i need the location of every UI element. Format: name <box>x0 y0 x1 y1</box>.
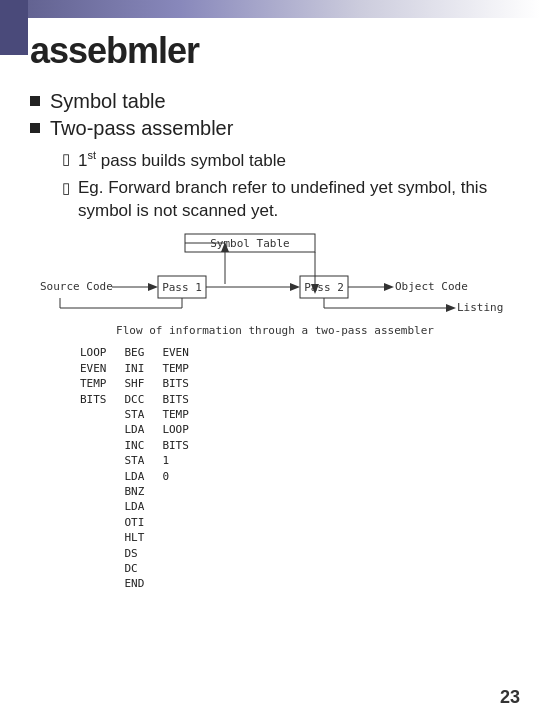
sub-bullet-text-1: 1st pass builds symbol table <box>78 148 286 173</box>
code-line: OTI <box>125 515 145 530</box>
code-line: LDA <box>125 469 145 484</box>
code-area: LOOP EVEN TEMP BITS BEG INI SHF DCC STA … <box>80 345 520 591</box>
source-code-label: Source Code <box>40 280 113 293</box>
code-line: EVEN <box>162 345 189 360</box>
code-line: TEMP <box>162 361 189 376</box>
code-line: DC <box>125 561 145 576</box>
code-line: 0 <box>162 469 189 484</box>
diagram-area: Symbol Table Source Code Pass 1 Pas <box>30 232 520 337</box>
code-col-labels: LOOP EVEN TEMP BITS <box>80 345 107 407</box>
flow-diagram: Symbol Table Source Code Pass 1 Pas <box>30 232 520 322</box>
code-line: BITS <box>80 392 107 407</box>
code-line: SHF <box>125 376 145 391</box>
listing-label: Listing <box>457 301 503 314</box>
code-line: DCC <box>125 392 145 407</box>
bullet-item-2: Two-pass assembler <box>30 117 520 140</box>
code-line: LOOP <box>80 345 107 360</box>
code-line: BITS <box>162 376 189 391</box>
code-col-ops: BEG INI SHF DCC STA LDA INC STA LDA BNZ … <box>125 345 145 591</box>
code-line: BEG <box>125 345 145 360</box>
pass1-label: Pass 1 <box>162 281 202 294</box>
code-line: INI <box>125 361 145 376</box>
code-line: LOOP <box>162 422 189 437</box>
corner-accent <box>0 0 28 55</box>
sub-bullet-square-2: ▯ <box>62 178 70 198</box>
code-line: TEMP <box>80 376 107 391</box>
bullet-text-2: Two-pass assembler <box>50 117 233 140</box>
code-col-operands: EVEN TEMP BITS BITS TEMP LOOP BITS 1 0 <box>162 345 189 484</box>
code-line: END <box>125 576 145 591</box>
svg-marker-17 <box>446 304 456 312</box>
sub-bullet-square-1: ▯ <box>62 149 70 169</box>
page-title: assebmler <box>30 30 520 72</box>
sub-bullet-item-2: ▯ Eg. Forward branch refer to undefined … <box>62 177 520 223</box>
top-decorative-bar <box>0 0 540 18</box>
code-line: LDA <box>125 422 145 437</box>
pass2-label: Pass 2 <box>304 281 344 294</box>
code-line: INC <box>125 438 145 453</box>
code-line: BITS <box>162 438 189 453</box>
code-line: TEMP <box>162 407 189 422</box>
bullet-square-1 <box>30 96 40 106</box>
sub-bullet-list: ▯ 1st pass builds symbol table ▯ Eg. For… <box>62 148 520 222</box>
svg-marker-11 <box>290 283 300 291</box>
page-number: 23 <box>500 687 520 708</box>
bullet-item-1: Symbol table <box>30 90 520 113</box>
code-line: DS <box>125 546 145 561</box>
code-line: 1 <box>162 453 189 468</box>
diagram-caption: Flow of information through a two-pass a… <box>116 324 434 337</box>
code-line: HLT <box>125 530 145 545</box>
svg-marker-14 <box>384 283 394 291</box>
bullet-text-1: Symbol table <box>50 90 166 113</box>
sub-bullet-item-1: ▯ 1st pass builds symbol table <box>62 148 520 173</box>
svg-marker-8 <box>148 283 158 291</box>
main-bullet-list: Symbol table Two-pass assembler <box>30 90 520 140</box>
sub-bullet-text-2: Eg. Forward branch refer to undefined ye… <box>78 177 520 223</box>
code-line: LDA <box>125 499 145 514</box>
code-line: BNZ <box>125 484 145 499</box>
bullet-square-2 <box>30 123 40 133</box>
code-line: BITS <box>162 392 189 407</box>
code-line: STA <box>125 407 145 422</box>
object-code-label: Object Code <box>395 280 468 293</box>
code-line: STA <box>125 453 145 468</box>
main-content: assebmler Symbol table Two-pass assemble… <box>30 30 520 700</box>
code-line: EVEN <box>80 361 107 376</box>
